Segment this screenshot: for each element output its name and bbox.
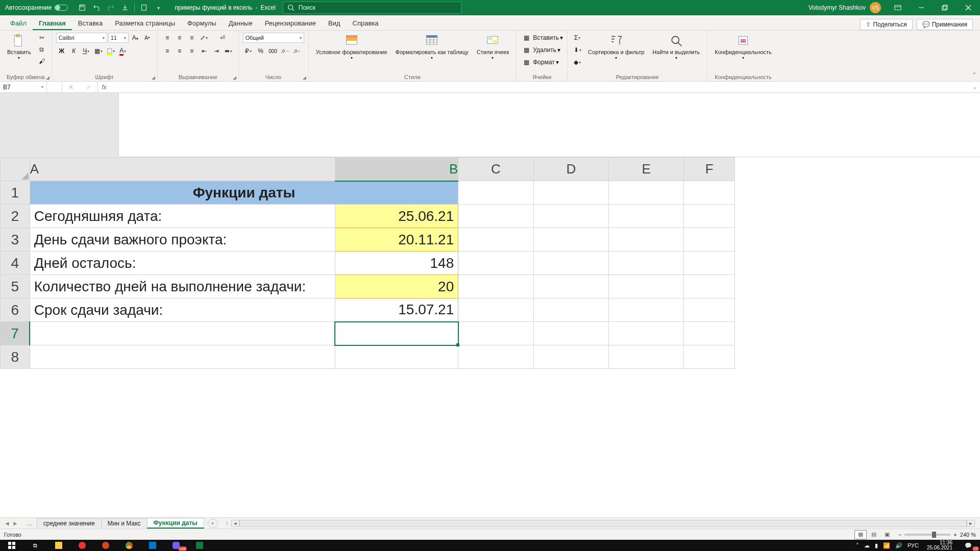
tab-data[interactable]: Данные [223,16,259,30]
cell-E7[interactable] [609,322,684,345]
cell-E2[interactable] [609,205,684,228]
cell-C1[interactable] [458,181,533,205]
quickprint-icon[interactable] [138,2,150,14]
accounting-format-icon[interactable]: ₽▾ [243,46,254,56]
cell-styles-button[interactable]: Стили ячеек▾ [474,33,512,62]
row-head-5[interactable]: 5 [1,275,30,298]
cell-E8[interactable] [609,345,684,369]
autosave-switch-icon[interactable] [55,5,68,11]
col-head-A[interactable]: A [30,158,335,181]
sheet-tab-3[interactable]: Функции даты [147,518,204,529]
clipboard-launcher-icon[interactable]: ◢ [46,75,50,80]
cell-F6[interactable] [684,298,735,322]
tab-view[interactable]: Вид [322,16,347,30]
font-name-combo[interactable]: Calibri▾ [56,33,107,43]
name-box[interactable]: B7▾ [0,82,47,92]
cell-E4[interactable] [609,252,684,275]
page-break-view-icon[interactable]: ▣ [881,530,893,539]
powerpoint-icon[interactable] [94,540,117,551]
search-box[interactable]: Поиск [283,2,461,14]
format-cells-button[interactable]: ▦Формат▾ [521,57,563,67]
tray-battery-icon[interactable]: ▮ [875,542,878,549]
cell-E5[interactable] [609,275,684,298]
tray-language[interactable]: РУС [908,542,919,548]
cell-A3[interactable]: День сдачи важного проэкта: [30,228,335,252]
col-head-D[interactable]: D [533,158,608,181]
close-button[interactable] [957,0,980,15]
increase-decimal-icon[interactable]: ,0→ [280,46,291,56]
notifications-icon[interactable]: 💬25 [957,540,980,551]
cell-A7[interactable] [30,322,335,345]
page-layout-view-icon[interactable]: ▤ [868,530,880,539]
copy-icon[interactable]: ⧉ [36,44,47,55]
cell-F3[interactable] [684,228,735,252]
cell-B3[interactable]: 20.11.21 [335,228,458,252]
orientation-icon[interactable]: ⤢▾ [199,33,210,43]
row-head-8[interactable]: 8 [1,345,30,369]
tab-insert[interactable]: Вставка [72,16,109,30]
minimize-button[interactable] [910,0,933,15]
horizontal-scrollbar[interactable]: ⁝ ◄ ► [223,520,975,527]
tab-review[interactable]: Рецензирование [259,16,322,30]
zoom-slider[interactable] [904,534,950,536]
decrease-decimal-icon[interactable]: ,0← [292,46,303,56]
zoom-level[interactable]: 240 % [960,532,976,538]
bold-button[interactable]: Ж [56,46,67,56]
row-head-3[interactable]: 3 [1,228,30,252]
cut-icon[interactable]: ✂ [36,33,47,43]
sort-filter-button[interactable]: Сортировка и фильтр▾ [585,33,647,62]
select-all-corner[interactable] [1,158,30,181]
comments-button[interactable]: 💬Примечания [917,19,973,30]
sheet-tab-overflow[interactable]: … [22,520,37,527]
increase-indent-icon[interactable]: ⇥ [211,46,222,56]
cell-F4[interactable] [684,252,735,275]
cell-C8[interactable] [458,345,533,369]
cell-B5[interactable]: 20 [335,275,458,298]
tray-onedrive-icon[interactable]: ☁ [864,542,870,549]
underline-button[interactable]: Ч▾ [81,46,92,56]
viber-icon[interactable]: 248 [164,540,188,551]
redo-icon[interactable] [105,2,117,14]
fill-icon[interactable]: ⬇▾ [572,45,583,55]
zoom-out-icon[interactable]: − [898,532,901,538]
cell-A2[interactable]: Сегодняшняя дата: [30,205,335,228]
tab-nav-prev-icon[interactable]: ◄ [4,520,10,527]
cell-C4[interactable] [458,252,533,275]
cell-A6[interactable]: Срок сдачи задачи: [30,298,335,322]
col-head-C[interactable]: C [458,158,533,181]
cell-D6[interactable] [533,298,608,322]
maximize-button[interactable] [933,0,957,15]
align-left-icon[interactable]: ≡ [162,46,173,56]
tab-formulas[interactable]: Формулы [181,16,223,30]
add-sheet-button[interactable]: + [208,519,218,528]
sensitivity-button[interactable]: Конфиденциальность▾ [712,33,775,62]
tab-home[interactable]: Главная [33,16,72,30]
cell-F2[interactable] [684,205,735,228]
tab-nav-next-icon[interactable]: ► [12,520,18,527]
align-top-icon[interactable]: ≡ [162,33,173,43]
font-size-combo[interactable]: 11▾ [108,33,129,43]
cell-D5[interactable] [533,275,608,298]
cell-B2[interactable]: 25.06.21 [335,205,458,228]
cell-D3[interactable] [533,228,608,252]
fill-handle[interactable] [456,343,459,346]
cell-B7[interactable] [335,322,458,345]
tab-layout[interactable]: Разметка страницы [109,16,181,30]
col-head-B[interactable]: B [335,158,458,181]
chrome-icon[interactable] [117,540,141,551]
tab-file[interactable]: Файл [4,16,33,30]
taskbar-clock[interactable]: 11:36 25.06.2021 [923,540,957,550]
cell-F8[interactable] [684,345,735,369]
normal-view-icon[interactable]: ▦ [854,530,867,539]
cell-C5[interactable] [458,275,533,298]
cell-A1-B1[interactable]: Функции даты [30,181,458,205]
find-select-button[interactable]: Найти и выделить▾ [649,33,703,62]
insert-cells-button[interactable]: ▦Вставить▾ [521,33,563,43]
hscroll-left-icon[interactable]: ◄ [231,520,239,527]
hscroll-right-icon[interactable]: ► [967,520,975,527]
number-launcher-icon[interactable]: ◢ [303,75,306,80]
cell-B8[interactable] [335,345,458,369]
tray-chevron-icon[interactable]: ˄ [856,542,859,549]
cell-F5[interactable] [684,275,735,298]
cell-A4[interactable]: Дней осталось: [30,252,335,275]
